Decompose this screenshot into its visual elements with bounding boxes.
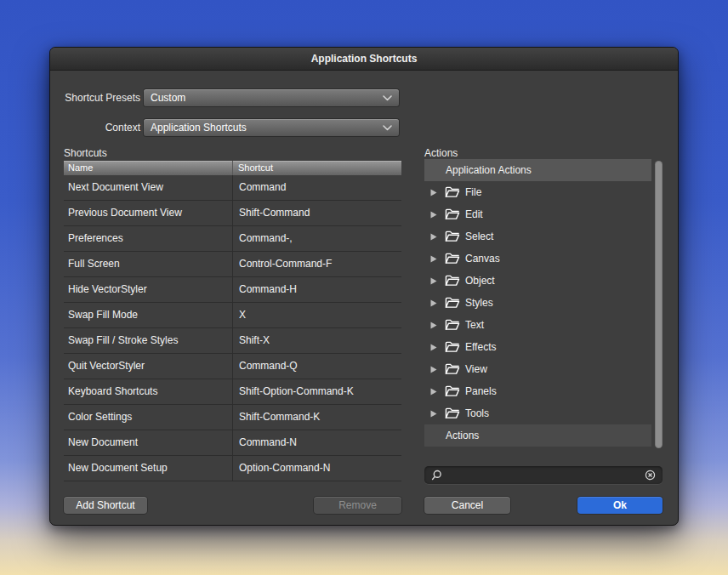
window-title: Application Shortcuts [311, 53, 418, 65]
table-row[interactable]: Quit VectorStyler Command-Q [64, 354, 401, 379]
shortcuts-section-label: Shortcuts [64, 147, 107, 159]
chevron-down-icon [383, 125, 392, 131]
shortcut-name-cell: New Document Setup [64, 456, 233, 481]
shortcut-key-cell: Shift-Option-Command-K [233, 379, 401, 404]
table-row[interactable]: Swap Fill Mode X [64, 303, 401, 328]
folder-icon [445, 407, 460, 419]
folder-icon [445, 186, 460, 198]
shortcut-name-cell: Swap Fill / Stroke Styles [64, 328, 233, 353]
actions-group-footer[interactable]: Actions [424, 424, 651, 447]
search-icon [431, 470, 442, 481]
disclosure-triangle-icon[interactable] [430, 322, 438, 329]
shortcut-name-cell: Quit VectorStyler [64, 354, 233, 379]
column-header-shortcut[interactable]: Shortcut [233, 161, 401, 175]
folder-label: View [465, 363, 487, 375]
disclosure-triangle-icon[interactable] [430, 211, 438, 219]
table-row[interactable]: Previous Document View Shift-Command [64, 201, 401, 226]
folder-label: File [465, 186, 481, 198]
actions-folder-row[interactable]: File [424, 181, 651, 203]
shortcut-key-cell: Command [233, 175, 401, 200]
folder-label: Styles [465, 297, 493, 309]
table-row[interactable]: New Document Setup Option-Command-N [64, 456, 401, 481]
disclosure-triangle-icon[interactable] [430, 366, 438, 373]
actions-folder-list: File Edit Select [424, 181, 651, 424]
folder-icon [445, 341, 460, 353]
shortcut-presets-label: Shortcut Presets [50, 89, 140, 106]
shortcut-key-cell: Command-H [233, 277, 401, 302]
table-row[interactable]: Color Settings Shift-Command-K [64, 405, 401, 430]
folder-icon [445, 363, 460, 375]
shortcut-key-cell: Command-, [233, 226, 401, 251]
shortcuts-table-header[interactable]: Name Shortcut [64, 161, 401, 175]
folder-icon [445, 385, 460, 397]
actions-folder-row[interactable]: Panels [424, 380, 651, 402]
folder-icon [445, 253, 460, 265]
actions-folder-row[interactable]: Styles [424, 292, 651, 314]
shortcut-name-cell: Color Settings [64, 405, 233, 430]
folder-icon [445, 231, 460, 242]
table-row[interactable]: Swap Fill / Stroke Styles Shift-X [64, 328, 401, 354]
folder-icon [445, 319, 460, 331]
scrollbar-thumb[interactable] [655, 161, 663, 448]
folder-label: Panels [465, 385, 497, 397]
shortcut-presets-dropdown[interactable]: Custom [144, 89, 399, 106]
folder-label: Select [465, 231, 493, 242]
shortcut-key-cell: Command-N [233, 430, 401, 455]
table-row[interactable]: New Document Command-N [64, 430, 401, 456]
shortcut-name-cell: Keyboard Shortcuts [64, 379, 233, 404]
table-row[interactable]: Hide VectorStyler Command-H [64, 277, 401, 303]
actions-folder-row[interactable]: View [424, 358, 651, 380]
actions-folder-row[interactable]: Select [424, 225, 651, 248]
actions-section-label: Actions [424, 147, 458, 159]
disclosure-triangle-icon[interactable] [430, 189, 438, 196]
actions-search-field[interactable] [424, 466, 663, 484]
actions-folder-row[interactable]: Text [424, 314, 651, 336]
remove-button[interactable]: Remove [314, 497, 401, 514]
shortcut-name-cell: Preferences [64, 226, 233, 251]
shortcut-presets-value: Custom [151, 92, 185, 104]
shortcuts-table-body: Next Document View Command Previous Docu… [64, 175, 401, 481]
table-row[interactable]: Next Document View Command [64, 175, 401, 201]
actions-folder-row[interactable]: Tools [424, 402, 651, 424]
shortcut-key-cell: X [233, 303, 401, 327]
actions-folder-row[interactable]: Canvas [424, 248, 651, 270]
search-input[interactable] [447, 470, 640, 481]
disclosure-triangle-icon[interactable] [430, 299, 438, 307]
actions-group-header[interactable]: Application Actions [424, 159, 651, 181]
disclosure-triangle-icon[interactable] [430, 255, 438, 263]
disclosure-triangle-icon[interactable] [430, 388, 438, 396]
shortcut-key-cell: Command-Q [233, 354, 401, 379]
chevron-down-icon [383, 95, 392, 101]
shortcut-name-cell: Swap Fill Mode [64, 303, 233, 327]
ok-button[interactable]: Ok [577, 497, 663, 514]
table-row[interactable]: Preferences Command-, [64, 226, 401, 252]
actions-folder-row[interactable]: Effects [424, 336, 651, 358]
shortcut-name-cell: Next Document View [64, 175, 233, 200]
table-row[interactable]: Full Screen Control-Command-F [64, 252, 401, 277]
shortcut-key-cell: Shift-Command [233, 201, 401, 225]
application-shortcuts-dialog: Application Shortcuts Shortcut Presets C… [49, 47, 679, 526]
actions-scrollbar[interactable] [655, 161, 663, 448]
folder-label: Tools [465, 407, 489, 419]
folder-icon [445, 297, 460, 309]
disclosure-triangle-icon[interactable] [430, 277, 438, 285]
context-value: Application Shortcuts [151, 122, 247, 134]
table-row[interactable]: Keyboard Shortcuts Shift-Option-Command-… [64, 379, 401, 405]
disclosure-triangle-icon[interactable] [430, 410, 438, 418]
actions-folder-row[interactable]: Object [424, 270, 651, 292]
clear-search-icon[interactable] [645, 470, 656, 481]
context-dropdown[interactable]: Application Shortcuts [144, 119, 399, 136]
window-titlebar[interactable]: Application Shortcuts [50, 48, 678, 71]
folder-icon [445, 275, 460, 287]
cancel-button[interactable]: Cancel [424, 497, 510, 514]
add-shortcut-button[interactable]: Add Shortcut [64, 497, 147, 514]
folder-icon [445, 208, 460, 220]
folder-label: Object [465, 275, 495, 287]
disclosure-triangle-icon[interactable] [430, 233, 438, 241]
actions-tree: Application Actions File Edit [424, 159, 651, 447]
actions-folder-row[interactable]: Edit [424, 203, 651, 225]
column-header-name[interactable]: Name [64, 161, 233, 175]
folder-label: Effects [465, 341, 496, 353]
desktop-background: Application Shortcuts Shortcut Presets C… [0, 0, 728, 575]
disclosure-triangle-icon[interactable] [430, 344, 438, 351]
